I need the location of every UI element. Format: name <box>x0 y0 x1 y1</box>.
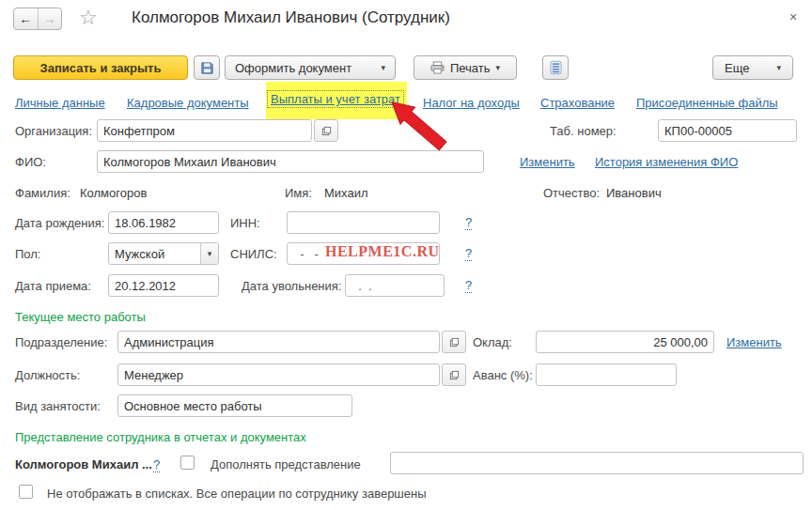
gender-dropdown-button[interactable]: ▾ <box>200 243 218 264</box>
tab-hr-documents[interactable]: Кадровые документы <box>127 96 249 110</box>
salary-input[interactable] <box>536 331 714 353</box>
hire-date-input[interactable] <box>108 274 219 297</box>
position-input[interactable] <box>117 363 440 386</box>
position-label: Должность: <box>15 368 80 382</box>
surname-value: Колмогоров <box>80 186 147 200</box>
first-name-value: Михаил <box>324 186 368 200</box>
snils-help-link[interactable]: ? <box>465 246 472 261</box>
patronymic-value: Иванович <box>606 186 662 200</box>
print-button[interactable]: Печать ▾ <box>414 55 517 80</box>
employment-type-input[interactable] <box>117 394 352 417</box>
forward-button[interactable]: → <box>38 8 62 29</box>
org-input[interactable] <box>97 119 312 142</box>
save-button[interactable] <box>194 55 220 80</box>
more-label: Еще <box>725 61 749 75</box>
choose-icon <box>449 337 460 348</box>
hire-date-label: Дата приема: <box>15 279 91 293</box>
department-label: Подразделение: <box>15 335 107 349</box>
gender-label: Пол: <box>15 247 41 261</box>
chevron-down-icon: ▾ <box>208 250 212 258</box>
close-icon[interactable]: × <box>789 9 797 24</box>
tab-number-input[interactable] <box>658 119 797 142</box>
print-label: Печать <box>450 61 491 75</box>
gender-select[interactable]: ▾ <box>108 242 219 265</box>
choose-icon <box>321 126 332 136</box>
chevron-down-icon: ▾ <box>776 64 781 72</box>
birth-date-label: Дата рождения: <box>15 216 104 230</box>
fio-history-link[interactable]: История изменения ФИО <box>595 155 738 169</box>
term-date-help-link[interactable]: ? <box>465 278 472 293</box>
floppy-icon <box>200 61 214 75</box>
first-name-label: Имя: <box>285 186 312 200</box>
fio-input[interactable] <box>97 150 484 173</box>
tab-payments-wrapper: Выплаты и учет затрат <box>267 92 404 106</box>
fio-change-link[interactable]: Изменить <box>520 155 575 169</box>
supplement-checkbox[interactable] <box>180 456 195 470</box>
forward-icon: → <box>43 11 56 26</box>
section-current-job: Текущее место работы <box>15 310 146 324</box>
chevron-down-icon: ▾ <box>381 64 385 72</box>
supplement-label: Дополнять представление <box>211 457 361 471</box>
inn-help-link[interactable]: ? <box>465 215 472 230</box>
tab-insurance[interactable]: Страхование <box>540 96 615 110</box>
more-button[interactable]: Еще ▾ <box>712 55 793 80</box>
employment-type-label: Вид занятости: <box>15 399 101 413</box>
position-choose-button[interactable] <box>442 363 466 386</box>
presentation-help-link[interactable]: ? <box>153 457 160 472</box>
presentation-preview: Колмогоров Михаил ... <box>15 457 152 471</box>
fio-label: ФИО: <box>15 155 46 169</box>
annotation-arrow <box>385 97 451 153</box>
report-card-button[interactable] <box>542 55 569 80</box>
back-icon: ← <box>19 11 32 26</box>
form-document-label: Оформить документ <box>235 61 351 75</box>
tab-number-label: Таб. номер: <box>550 124 617 138</box>
hide-in-lists-checkbox[interactable] <box>19 485 33 499</box>
advance-input[interactable] <box>536 363 677 386</box>
org-label: Организация: <box>15 124 92 138</box>
inn-input[interactable] <box>287 211 440 234</box>
birth-date-input[interactable] <box>108 211 219 234</box>
snils-label: СНИЛС: <box>230 247 277 261</box>
page-title: Колмогоров Михаил Иванович (Сотрудник) <box>132 8 450 27</box>
card-list-icon <box>550 60 562 75</box>
site-watermark: HELPME1C.RU <box>325 243 440 260</box>
salary-change-link[interactable]: Изменить <box>726 335 782 349</box>
save-and-close-label: Записать и закрыть <box>40 61 162 75</box>
surname-label: Фамилия: <box>15 186 70 200</box>
inn-label: ИНН: <box>230 216 260 230</box>
printer-icon <box>430 61 445 74</box>
advance-label: Аванс (%): <box>473 368 533 382</box>
form-document-button[interactable]: Оформить документ ▾ <box>225 55 396 80</box>
hide-in-lists-label: Не отображать в списках. Все операции по… <box>47 487 427 501</box>
section-presentation: Представление сотрудника в отчетах и док… <box>15 430 306 444</box>
tab-personal-data[interactable]: Личные данные <box>15 96 105 110</box>
salary-label: Оклад: <box>473 335 512 349</box>
term-date-input[interactable] <box>345 274 445 297</box>
tab-attached-files[interactable]: Присоединенные файлы <box>636 96 778 110</box>
supplement-input[interactable] <box>390 452 804 474</box>
org-choose-button[interactable] <box>314 119 338 142</box>
term-date-label: Дата увольнения: <box>242 279 341 293</box>
chevron-down-icon: ▾ <box>496 64 501 72</box>
choose-icon <box>449 370 460 380</box>
back-button[interactable]: ← <box>14 8 38 29</box>
department-input[interactable] <box>117 331 440 353</box>
nav-history-group[interactable]: ← → <box>13 8 62 30</box>
tab-payments-and-costs[interactable]: Выплаты и учет затрат <box>271 92 400 106</box>
favorite-star-icon[interactable]: ☆ <box>79 6 98 30</box>
patronymic-label: Отчество: <box>543 186 600 200</box>
save-and-close-button[interactable]: Записать и закрыть <box>13 55 188 80</box>
department-choose-button[interactable] <box>442 331 466 353</box>
